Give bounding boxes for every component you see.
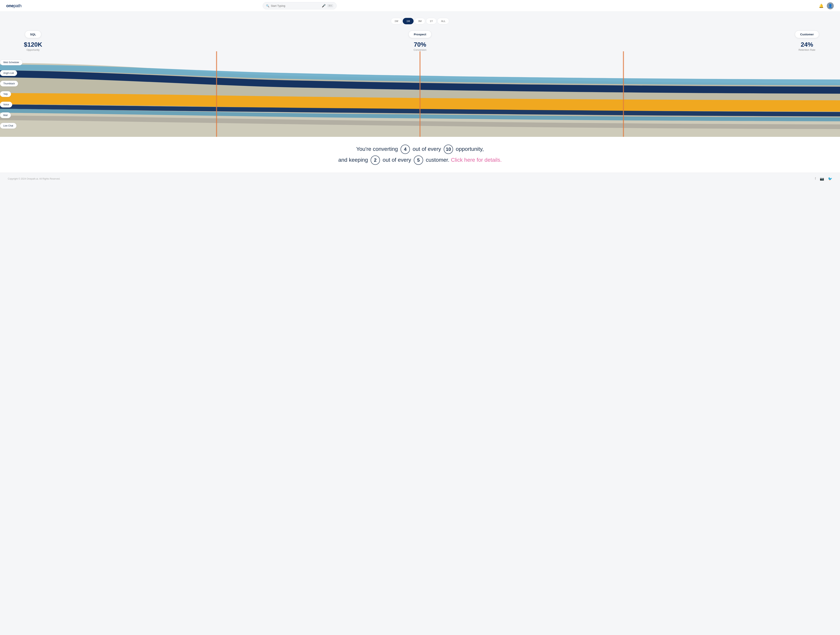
search-bar[interactable]: 🔍 🎤 ⌘K bbox=[263, 2, 336, 9]
sankey-chart: Web Scheduler Angi's List Thumbtack Yelp… bbox=[0, 51, 840, 137]
stage-customer-pill[interactable]: Customer bbox=[795, 30, 819, 38]
instagram-icon[interactable]: 📷 bbox=[820, 176, 824, 181]
source-angis-list[interactable]: Angi's List bbox=[0, 70, 17, 76]
source-live-chat[interactable]: Live Chat bbox=[0, 123, 17, 129]
line2-suffix: customer. bbox=[426, 157, 449, 163]
main-content: 1W1M3M1YALL SQL Prospect Customer $120K … bbox=[0, 12, 840, 173]
source-mail[interactable]: Mail bbox=[0, 112, 11, 118]
time-filter-3m[interactable]: 3M bbox=[414, 18, 425, 24]
logo: onepath bbox=[6, 3, 21, 8]
footer: Copyright © 2024 Onepath.ai. All Rights … bbox=[0, 173, 840, 185]
avatar[interactable]: 👤 bbox=[827, 2, 834, 9]
twitter-icon[interactable]: 🐦 bbox=[828, 176, 832, 181]
time-filter-1w[interactable]: 1W bbox=[391, 18, 402, 24]
metric-customer: 24% Retention Rate bbox=[782, 41, 832, 51]
source-web-scheduler[interactable]: Web Scheduler bbox=[0, 60, 22, 65]
summary-line-2: and keeping 2 out of every 5 customer. C… bbox=[4, 156, 836, 165]
search-input[interactable] bbox=[271, 4, 321, 7]
keyboard-shortcut: ⌘K bbox=[327, 4, 333, 7]
details-link[interactable]: Click here for details. bbox=[451, 157, 502, 163]
line1-prefix: You're converting bbox=[356, 146, 398, 152]
time-filter-all[interactable]: ALL bbox=[437, 18, 449, 24]
metric-sql: $120K Opportunity bbox=[8, 41, 58, 51]
summary-line-1: You're converting 4 out of every 10 oppo… bbox=[4, 145, 836, 154]
number-2-badge: 2 bbox=[371, 156, 380, 165]
customer-metric-value: 24% bbox=[782, 41, 832, 48]
number-5-badge: 5 bbox=[414, 156, 423, 165]
time-filter-group: 1W1M3M1YALL bbox=[0, 18, 840, 24]
number-4-badge: 4 bbox=[401, 145, 410, 154]
prospect-metric-label: Conversion bbox=[395, 49, 445, 51]
line2-prefix: and keeping bbox=[338, 157, 368, 163]
customer-metric-label: Retention Rate bbox=[782, 49, 832, 51]
social-icons: f 📷 🐦 bbox=[815, 176, 832, 181]
notification-bell-icon[interactable]: 🔔 bbox=[819, 3, 824, 8]
bottom-summary: You're converting 4 out of every 10 oppo… bbox=[0, 137, 840, 173]
number-10-badge: 10 bbox=[444, 145, 453, 154]
copyright-text: Copyright © 2024 Onepath.ai. All Rights … bbox=[8, 178, 60, 180]
line1-mid: out of every bbox=[413, 146, 441, 152]
metrics-row: $120K Opportunity 70% Conversion 24% Ret… bbox=[0, 41, 840, 51]
time-filter-1m[interactable]: 1M bbox=[403, 18, 414, 24]
source-thumbtack[interactable]: Thumbtack bbox=[0, 81, 18, 87]
line1-suffix: opportunity, bbox=[456, 146, 484, 152]
line2-mid: out of every bbox=[383, 157, 411, 163]
facebook-icon[interactable]: f bbox=[815, 176, 816, 181]
metric-prospect: 70% Conversion bbox=[395, 41, 445, 51]
source-voice[interactable]: Voice bbox=[0, 102, 12, 107]
search-icon: 🔍 bbox=[266, 4, 269, 7]
source-yelp[interactable]: Yelp bbox=[0, 91, 11, 97]
stage-sql-pill[interactable]: SQL bbox=[25, 30, 41, 38]
stage-sql: SQL bbox=[8, 30, 58, 39]
stages-row: SQL Prospect Customer bbox=[0, 30, 840, 39]
sankey-svg bbox=[0, 51, 840, 137]
header-right: 🔔 👤 bbox=[819, 2, 834, 9]
mic-icon[interactable]: 🎤 bbox=[322, 4, 326, 8]
stage-customer: Customer bbox=[782, 30, 832, 39]
stage-prospect: Prospect bbox=[395, 30, 445, 39]
stage-prospect-pill[interactable]: Prospect bbox=[409, 30, 431, 38]
time-filter-1y[interactable]: 1Y bbox=[426, 18, 437, 24]
sql-metric-label: Opportunity bbox=[8, 49, 58, 51]
app-header: onepath 🔍 🎤 ⌘K 🔔 👤 bbox=[0, 0, 840, 12]
prospect-metric-value: 70% bbox=[395, 41, 445, 48]
chart-section: $120K Opportunity 70% Conversion 24% Ret… bbox=[0, 41, 840, 137]
sql-metric-value: $120K bbox=[8, 41, 58, 48]
